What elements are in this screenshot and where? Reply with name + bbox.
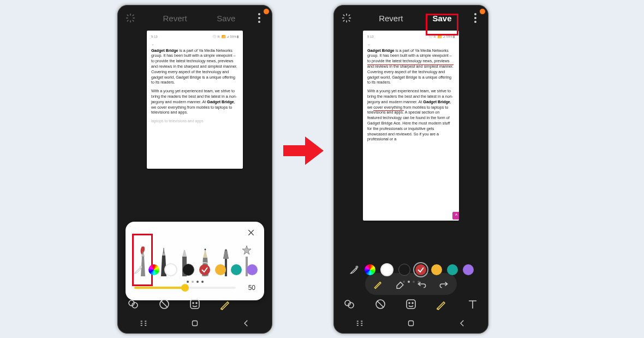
layers-icon[interactable] [343, 298, 356, 311]
pencil-tool[interactable] [371, 276, 386, 292]
page-indicator [334, 281, 488, 283]
doc-paragraph-1: Gadget Bridge is a part of Ya Media Netw… [367, 48, 455, 86]
svg-point-53 [412, 303, 413, 304]
editor-canvas[interactable]: 9:13ⓘ ≋ 📶 ⊿ 59%▮ ⌄ Gadget Bridge is a pa… [334, 31, 488, 249]
svg-rect-63 [409, 321, 414, 326]
sticker-icon[interactable] [404, 298, 418, 311]
status-time: 9:13 [151, 34, 158, 40]
undo-button[interactable] [414, 276, 430, 292]
svg-line-41 [349, 20, 350, 21]
color-red[interactable] [415, 264, 426, 275]
phone-left: Revert Save 9:13ⓘ ≋ 📶 ⊿ 59%▮ ⌄ Gadget Br… [117, 5, 272, 334]
arrow-icon [283, 135, 324, 166]
draw-icon[interactable] [219, 298, 232, 311]
more-options-button[interactable] [251, 10, 267, 26]
notification-badge [479, 8, 486, 15]
eraser-tool[interactable] [392, 276, 408, 292]
brush-picker-popup: 50 [126, 222, 264, 300]
brush-size-value: 50 [241, 284, 255, 292]
color-black[interactable] [182, 264, 194, 276]
back-button[interactable] [241, 318, 251, 328]
page-indicator [118, 281, 272, 283]
save-button[interactable]: Save [211, 10, 241, 26]
home-button[interactable] [190, 318, 200, 328]
svg-line-44 [343, 20, 344, 21]
color-yellow[interactable] [431, 264, 442, 275]
filter-icon[interactable] [158, 298, 171, 311]
screenshot-canvas: { "topbar": { "revert_label": "Revert", … [0, 0, 644, 338]
svg-rect-37 [193, 321, 198, 326]
recents-button[interactable] [139, 318, 148, 328]
color-black[interactable] [398, 264, 410, 276]
loading-spinner-icon [338, 10, 355, 26]
editor-bottom-nav [334, 295, 488, 313]
home-button[interactable] [406, 318, 416, 328]
color-rainbow[interactable] [148, 264, 159, 275]
eyedropper-icon[interactable] [349, 264, 360, 275]
loading-spinner-icon [122, 10, 139, 26]
revert-button[interactable]: Revert [373, 10, 408, 26]
editor-canvas[interactable]: 9:13ⓘ ≋ 📶 ⊿ 59%▮ ⌄ Gadget Bridge is a pa… [118, 31, 272, 249]
redo-button[interactable] [436, 276, 451, 292]
recents-button[interactable] [355, 318, 365, 328]
document-preview: 9:13ⓘ ≋ 📶 ⊿ 59%▮ ⌄ Gadget Bridge is a pa… [147, 31, 243, 169]
svg-point-52 [409, 303, 410, 304]
svg-line-3 [133, 20, 134, 21]
svg-rect-27 [190, 300, 199, 309]
android-nav-bar [118, 316, 272, 331]
svg-point-46 [356, 266, 357, 268]
color-rainbow[interactable] [365, 264, 375, 275]
color-palette [334, 263, 488, 276]
back-button[interactable] [457, 318, 467, 328]
filter-icon[interactable] [374, 298, 387, 311]
doc-paragraph-1: Gadget Bridge is a part of Ya Media Netw… [151, 48, 238, 86]
color-purple[interactable] [463, 264, 474, 275]
color-white[interactable] [164, 263, 177, 276]
color-purple[interactable] [247, 264, 258, 275]
svg-marker-16 [182, 250, 187, 257]
slider-knob[interactable] [181, 284, 189, 292]
highlight-box-save [426, 14, 458, 35]
doc-fade-line: laptops to televisions and apps [151, 118, 238, 124]
draw-icon[interactable] [435, 298, 448, 311]
notification-badge [263, 8, 270, 15]
svg-line-7 [133, 15, 134, 16]
scroll-top-button[interactable]: ^ [452, 212, 459, 220]
layers-icon[interactable] [127, 298, 140, 311]
document-preview: 9:13ⓘ ≋ 📶 ⊿ 59%▮ ⌄ Gadget Bridge is a pa… [363, 31, 459, 221]
doc-paragraph-2: With a young yet experienced team, we st… [367, 88, 455, 142]
eyedropper-icon[interactable] [133, 264, 144, 275]
color-yellow[interactable] [215, 264, 226, 275]
doc-paragraph-2: With a young yet experienced team, we st… [151, 88, 238, 115]
more-options-button[interactable] [467, 10, 484, 26]
text-icon[interactable] [466, 298, 479, 311]
chevron-down-icon: ⌄ [367, 41, 455, 47]
color-white[interactable] [380, 263, 393, 276]
phone-right: Revert Save 9:13ⓘ ≋ 📶 ⊿ 59%▮ ⌄ Gadget Br… [333, 5, 488, 334]
svg-point-29 [196, 303, 197, 304]
draw-toolbar [334, 273, 488, 295]
editor-topbar: Revert Save [334, 5, 488, 31]
svg-line-6 [127, 20, 128, 21]
svg-line-50 [377, 301, 384, 307]
svg-line-40 [343, 15, 344, 16]
svg-line-26 [161, 301, 168, 307]
svg-line-2 [127, 15, 128, 16]
color-red[interactable] [199, 264, 210, 275]
editor-bottom-nav [118, 295, 272, 313]
svg-point-19 [205, 249, 206, 251]
svg-line-45 [349, 15, 350, 16]
android-nav-bar [334, 316, 488, 331]
color-palette [118, 263, 272, 276]
color-teal[interactable] [231, 264, 242, 275]
svg-point-22 [140, 266, 141, 268]
status-time: 9:13 [367, 34, 374, 40]
chevron-down-icon: ⌄ [151, 41, 238, 47]
revert-button[interactable]: Revert [158, 10, 193, 26]
sticker-icon[interactable] [188, 298, 201, 311]
close-popup-button[interactable] [246, 227, 257, 238]
highlight-box-pen [132, 234, 153, 286]
color-teal[interactable] [447, 264, 458, 275]
editor-topbar: Revert Save [118, 5, 272, 31]
svg-point-28 [193, 303, 194, 304]
